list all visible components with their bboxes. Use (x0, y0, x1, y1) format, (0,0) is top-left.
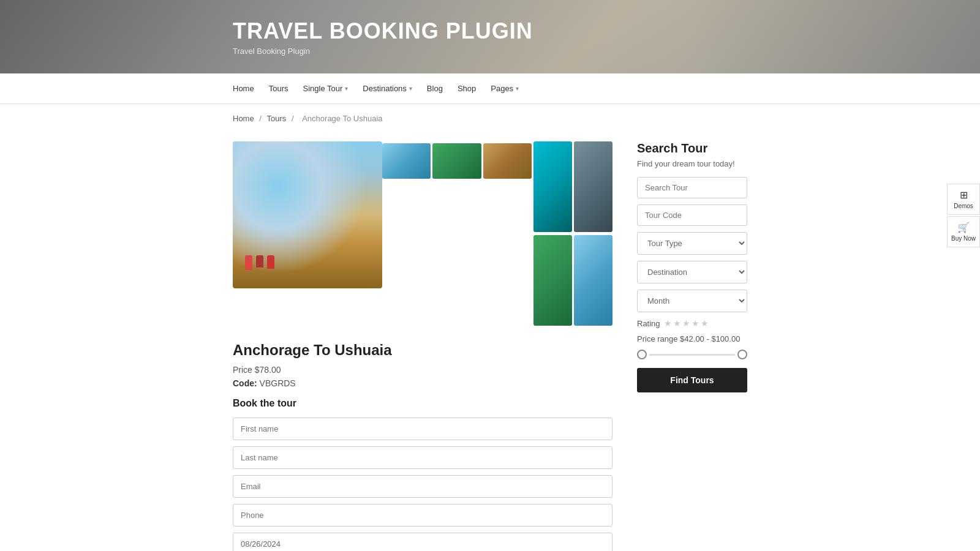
buynow-label: Buy Now (951, 235, 976, 242)
search-tour-input[interactable] (637, 177, 747, 198)
gallery-thumb-5[interactable] (574, 141, 612, 232)
cart-icon: 🛒 (957, 222, 970, 233)
gallery-thumb-2[interactable] (432, 143, 481, 179)
date-input[interactable] (233, 533, 612, 551)
star-rating[interactable]: ★★★★★ (664, 318, 710, 328)
gallery-thumb-4[interactable] (533, 141, 572, 232)
nav-single-tour[interactable]: Single Tour ▾ (303, 84, 348, 93)
hero-banner: TRAVEL BOOKING PLUGIN Travel Booking Plu… (0, 0, 980, 73)
gallery-thumb-6[interactable] (533, 235, 572, 326)
tour-info: Anchorage To Ushuaia Price $78.00 Code: … (233, 342, 612, 551)
breadcrumb-current: Anchorage To Ushuaia (302, 114, 382, 123)
tour-price: Price $78.00 (233, 365, 612, 375)
chevron-down-icon: ▾ (409, 85, 412, 92)
nav-blog[interactable]: Blog (427, 84, 443, 93)
breadcrumb-separator: / (292, 114, 296, 123)
destination-select[interactable]: Destination Europe Asia Americas Africa (637, 261, 747, 283)
chevron-down-icon: ▾ (516, 85, 519, 92)
tour-code: Code: VBGRDS (233, 378, 612, 388)
tour-code-value: VBGRDS (260, 378, 296, 388)
demos-label: Demos (954, 203, 973, 209)
demos-button[interactable]: ⊞ Demos (947, 184, 980, 215)
breadcrumb-home[interactable]: Home (233, 114, 254, 123)
gallery-thumb-3[interactable] (483, 143, 532, 179)
tour-title: Anchorage To Ushuaia (233, 342, 612, 359)
book-heading: Book the tour (233, 398, 612, 409)
gallery-main-image[interactable] (233, 141, 532, 288)
gallery-thumb-7[interactable] (574, 235, 612, 326)
main-content: Anchorage To Ushuaia Price $78.00 Code: … (0, 123, 980, 551)
rating-row: Rating ★★★★★ (637, 318, 747, 328)
chevron-down-icon: ▾ (345, 85, 348, 92)
nav-tours[interactable]: Tours (269, 84, 288, 93)
price-range-label: Price range $42.00 - $100.00 (637, 334, 747, 343)
hero-subtitle: Travel Booking Plugin (233, 47, 533, 56)
phone-input[interactable] (233, 504, 612, 527)
tour-type-select[interactable]: Tour Type Adventure Cultural Beach Mount… (637, 232, 747, 255)
layers-icon: ⊞ (960, 189, 968, 201)
nav-pages[interactable]: Pages ▾ (491, 84, 519, 93)
hero-content: TRAVEL BOOKING PLUGIN Travel Booking Plu… (233, 18, 533, 56)
main-nav: Home Tours Single Tour ▾ Destinations ▾ … (0, 73, 980, 104)
range-track (649, 354, 735, 356)
range-handle-left[interactable] (637, 350, 647, 359)
first-name-input[interactable] (233, 418, 612, 440)
breadcrumb-separator: / (259, 114, 263, 123)
breadcrumb: Home / Tours / Anchorage To Ushuaia (0, 104, 980, 123)
nav-shop[interactable]: Shop (458, 84, 476, 93)
search-subheading: Find your dream tour today! (637, 159, 747, 168)
hero-title: TRAVEL BOOKING PLUGIN (233, 18, 533, 44)
find-tours-button[interactable]: Find Tours (637, 368, 747, 392)
nav-destinations[interactable]: Destinations ▾ (363, 84, 412, 93)
email-input[interactable] (233, 475, 612, 498)
breadcrumb-tours[interactable]: Tours (267, 114, 287, 123)
month-select[interactable]: Month January February March April May J… (637, 290, 747, 312)
buynow-button[interactable]: 🛒 Buy Now (947, 216, 980, 247)
rating-label: Rating (637, 319, 660, 328)
search-section: Search Tour Find your dream tour today! … (637, 141, 747, 392)
left-panel: Anchorage To Ushuaia Price $78.00 Code: … (233, 141, 612, 551)
search-sidebar: Search Tour Find your dream tour today! … (637, 141, 747, 551)
nav-home[interactable]: Home (233, 84, 254, 93)
tour-code-input[interactable] (637, 204, 747, 226)
search-heading: Search Tour (637, 141, 747, 156)
gallery-thumb-1[interactable] (382, 143, 431, 179)
price-range-slider[interactable] (637, 350, 747, 359)
last-name-input[interactable] (233, 446, 612, 469)
floating-sidebar: ⊞ Demos 🛒 Buy Now (947, 184, 980, 247)
tour-gallery (233, 141, 612, 327)
range-handle-right[interactable] (737, 350, 747, 359)
